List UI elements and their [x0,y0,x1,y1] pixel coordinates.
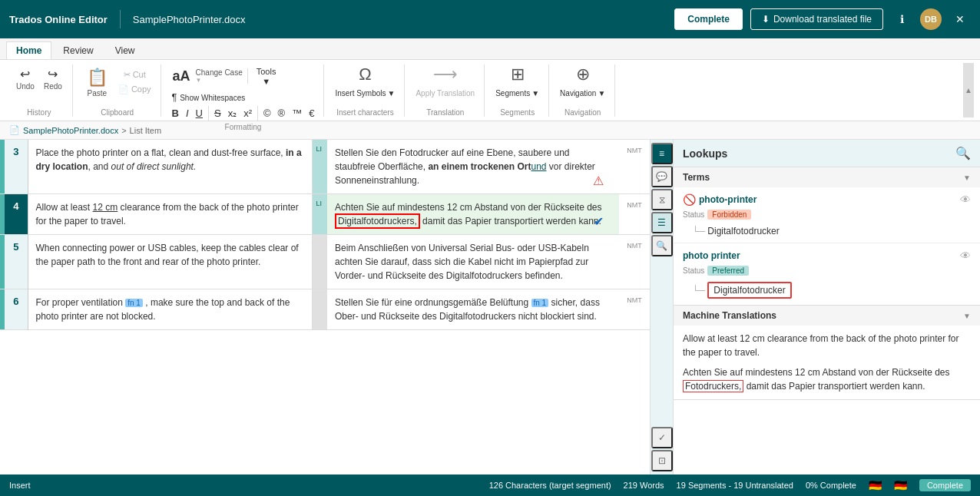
navigation-button[interactable]: Navigation ▼ [557,88,608,99]
status-segments: 19 Segments - 19 Untranslated [677,481,793,490]
status-badge-li-3: LI [312,140,327,194]
side-icons-panel: ≡ 💬 ⧖ ☰ 🔍 ✓ ⊡ [650,140,673,475]
status-chars: 126 Characters (target segment) [489,481,611,490]
main-layout: 3 Place the photo printer on a flat, cle… [0,140,980,475]
download-button[interactable]: ⬇ Download translated file [750,8,883,30]
info-button[interactable]: ℹ [891,8,912,30]
apply-translation-button[interactable]: Apply Translation [412,88,478,99]
subscript-button[interactable]: x₂ [225,106,240,121]
tools-label: Tools [257,67,276,76]
status-bar: Insert 126 Characters (target segment) 2… [0,475,980,496]
side-icon-lookup[interactable]: ≡ [651,143,673,164]
cut-icon: ✂ [124,70,131,79]
side-icon-comments[interactable]: 💬 [651,166,673,187]
collapse-icon: ▲ [965,86,972,94]
formatting-bottom: ¶ Show Whitespaces [169,90,318,104]
tab-view[interactable]: View [105,41,145,59]
term-translation-text-1: Digitalfotodrucker [707,226,779,236]
segment-target-3[interactable]: Stellen Sie den Fotodrucker auf eine Ebe… [327,140,619,194]
paste-button[interactable]: 📋 Paste [81,64,114,101]
user-avatar[interactable]: DB [920,8,942,30]
var-tag-tgt-6: fn 1 [531,299,549,307]
complete-button[interactable]: Complete [674,8,743,30]
error-indicator-3: ⚠ [593,172,604,190]
toolbar-group-clipboard: 📋 Paste ✂ Cut 📄 Copy Clipboard [74,64,161,117]
undo-button[interactable]: ↩ Undo [12,64,38,93]
side-icon-filter[interactable]: ⧖ [651,189,673,210]
superscript-button[interactable]: x² [240,106,255,121]
close-button[interactable]: ✕ [949,8,971,30]
tab-home[interactable]: Home [6,41,51,59]
strikethrough-button[interactable]: S [211,106,224,121]
lookups-search-button[interactable]: 🔍 [955,146,971,160]
mt-text2-highlighted: Fotodruckers, [683,380,743,392]
mt-chevron: ▼ [963,312,971,320]
segment-num-6: 6 [5,289,28,330]
toolbar-group-formatting: aA Change Case ▼ Tools ▼ ¶ Show Whitespa… [163,64,325,117]
header: Trados Online Editor SamplePhotoPrinter.… [0,0,980,38]
editor-pane[interactable]: 3 Place the photo printer on a flat, cle… [0,140,673,475]
registered-button[interactable]: ® [275,106,289,121]
copy-button[interactable]: 📄 Copy [115,83,154,96]
tools-button[interactable]: Tools ▼ [253,64,280,88]
navigation-label: Navigation [560,89,596,98]
mt-content: Allow at least 12 cm clearance from the … [674,326,980,399]
underline-button[interactable]: U [193,106,206,121]
formatting-group-label: Formatting [225,123,262,131]
tab-review[interactable]: Review [53,41,103,59]
mt-section-title: Machine Translations [683,310,776,321]
segment-nmt-4: NMT [619,194,650,235]
table-row: 5 When connecting power or USB cables, k… [0,235,673,289]
history-group-label: History [27,108,51,117]
lookups-title: Lookups [683,147,727,160]
segments-button[interactable]: Segments ▼ [492,88,542,99]
download-label: Download translated file [773,14,872,25]
navigation-group-label: Navigation [564,108,601,117]
redo-label: Redo [44,82,62,91]
segment-target-5[interactable]: Beim Anschließen von Universal Serial Bu… [327,235,619,289]
flag-de2-icon: 🇩🇪 [894,479,907,491]
term-name-2: photo printer [683,250,740,261]
toolbar-group-navigation: ⊕ Navigation ▼ Navigation [551,64,615,117]
header-divider [120,10,121,28]
insert-symbols-button[interactable]: Insert Symbols ▼ [332,88,398,99]
navigation-chevron: ▼ [598,89,605,98]
mt-section-header[interactable]: Machine Translations ▼ [674,306,980,326]
side-icon-qa[interactable]: ✓ [651,427,673,448]
term-eye-button-2[interactable]: 👁 [960,250,971,262]
navigation-icon: ⊕ [576,64,590,84]
segment-source-3: Place the photo printer on a flat, clean… [28,140,312,194]
terms-section-header[interactable]: Terms ▼ [674,167,980,187]
term-eye-button-1[interactable]: 👁 [960,193,971,206]
mt-text2-post: damit das Papier transportiert werden ka… [743,381,925,392]
bold-button[interactable]: B [169,106,182,121]
term-status-val-2: Preferred [707,266,749,276]
copyright-button[interactable]: © [260,106,274,121]
formatting-top: aA Change Case ▼ Tools ▼ [169,64,318,88]
undo-icon: ↩ [20,67,30,81]
right-panel: Lookups 🔍 Terms ▼ 🚫 photo-printer 👁 S [673,140,980,475]
breadcrumb-item: List Item [130,126,162,135]
italic-button[interactable]: I [183,106,192,121]
term-name-row-2: photo printer 👁 [683,250,971,262]
change-case-button[interactable]: aA [169,66,194,87]
terms-section: Terms ▼ 🚫 photo-printer 👁 Status Forbidd… [674,167,980,306]
terms-chevron: ▼ [963,174,971,182]
side-icon-active[interactable]: ☰ [651,212,673,233]
euro-button[interactable]: € [306,106,317,121]
term-name-row-1: 🚫 photo-printer 👁 [683,193,971,206]
cut-button[interactable]: ✂ Cut [115,68,154,81]
redo-button[interactable]: ↪ Redo [40,64,66,93]
segment-num-4: 4 [5,194,28,235]
side-icon-settings[interactable]: ⊡ [651,450,673,471]
show-whitespaces-button[interactable]: ¶ Show Whitespaces [169,90,249,104]
redo-icon: ↪ [48,67,58,81]
mt-text2-pre: Achten Sie auf mindestens 12 cm Abstand … [683,367,950,378]
status-complete-button[interactable]: Complete [919,479,971,491]
toolbar-collapse-handle[interactable]: ▲ [963,63,974,117]
side-icon-search[interactable]: 🔍 [651,235,673,256]
trademark-button[interactable]: ™ [289,106,305,121]
breadcrumb-file-link[interactable]: SamplePhotoPrinter.docx [23,126,118,135]
segment-target-4[interactable]: Achten Sie auf mindestens 12 cm Abstand … [327,194,619,235]
segment-target-6[interactable]: Stellen Sie für eine ordnungsgemäße Belü… [327,289,619,330]
